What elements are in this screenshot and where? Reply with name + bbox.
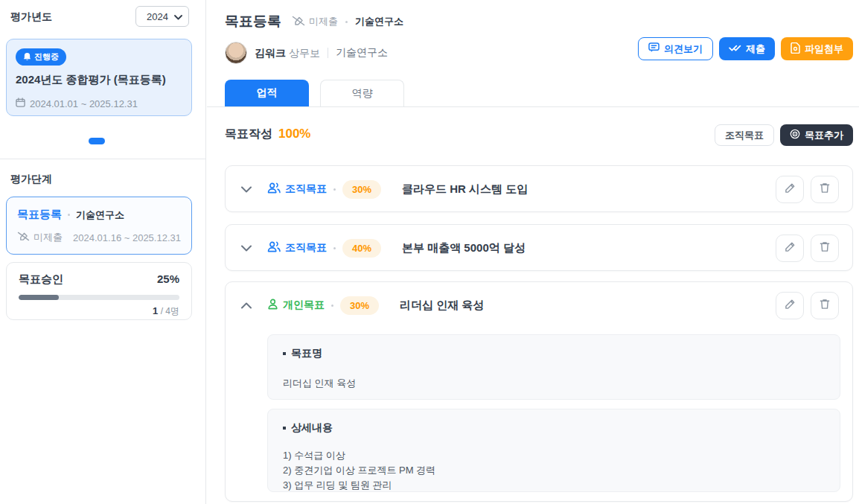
stage-card-goal-registration[interactable]: 목표등록 기술연구소 미제출 2024.01.16 ~ 2025.12.31	[6, 197, 192, 255]
pencil-icon	[785, 182, 796, 197]
goal-title: 클라우드 HR 시스템 도입	[402, 182, 528, 197]
goal-detail-line: 3) 업무 리딩 및 팀원 관리	[283, 478, 825, 493]
chevron-up-icon[interactable]	[240, 299, 252, 311]
approval-title: 목표승인	[19, 272, 63, 287]
calendar-icon	[16, 98, 25, 109]
stage-title: 목표등록	[17, 208, 62, 222]
goal-detail-box: 상세내용 1) 수석급 이상 2) 중견기업 이상 프로젝트 PM 경력 3) …	[267, 409, 840, 492]
header-org: 기술연구소	[355, 15, 403, 28]
goal-row-expanded: 개인목표 30% 리더십 인재 육성 목표명 리더십 인재 육성	[225, 281, 853, 502]
delete-goal-button[interactable]	[811, 292, 839, 319]
user-org: 기술연구소	[336, 46, 388, 60]
org-goal-icon	[267, 241, 281, 255]
org-goal-icon	[267, 182, 281, 196]
view-opinions-button[interactable]: 의견보기	[638, 37, 713, 60]
separator-dot	[345, 21, 348, 23]
goal-row: 조직목표 40% 본부 매출액 5000억 달성	[225, 224, 853, 271]
trash-icon	[820, 241, 830, 255]
edit-goal-button[interactable]	[776, 292, 804, 319]
profile-row: 김워크상무보 기술연구소	[225, 42, 388, 64]
pencil-icon	[785, 299, 796, 313]
org-goal-button[interactable]: 조직목표	[715, 124, 774, 146]
double-check-icon	[729, 43, 741, 54]
goal-type-label: 개인목표	[283, 299, 325, 312]
goal-weight-badge: 40%	[342, 239, 381, 258]
tab-competency[interactable]: 역량	[320, 80, 404, 106]
tab-performance[interactable]: 업적	[225, 80, 309, 106]
approval-progress-fill	[19, 295, 59, 300]
bullet-square	[283, 427, 286, 430]
vertical-divider	[328, 48, 328, 58]
evaluation-period: 2024.01.01 ~ 2025.12.31	[16, 98, 182, 109]
comment-icon	[648, 42, 660, 55]
approval-count: 1 / 4명	[19, 305, 179, 318]
tabbar-divider	[207, 106, 859, 107]
stage-section-label: 평가단계	[10, 173, 52, 186]
chevron-down-icon	[174, 11, 182, 22]
approval-percent: 25%	[157, 272, 179, 287]
goal-detail-label: 상세내용	[291, 421, 333, 435]
bell-icon	[23, 52, 31, 63]
chevron-down-icon[interactable]	[240, 183, 252, 195]
goal-name-box: 목표명 리더십 인재 육성	[267, 334, 840, 400]
not-submitted-icon	[17, 232, 30, 243]
goal-title: 본부 매출액 5000억 달성	[402, 241, 526, 255]
stage-period: 2024.01.16 ~ 2025.12.31	[73, 232, 181, 243]
attach-file-button[interactable]: 파일첨부	[781, 37, 853, 60]
evaluation-card[interactable]: 진행중 2024년도 종합평가 (목표등록) 2024.01.01 ~ 2025…	[6, 39, 192, 116]
separator-dot	[68, 214, 70, 216]
main-content: 목표등록 미제출 기술연구소 김워크상무보 기술연구소 의견보기	[207, 0, 859, 504]
goal-weight-badge: 30%	[340, 296, 379, 315]
edit-goal-button[interactable]	[776, 176, 804, 203]
stage-status: 미제출	[17, 231, 63, 244]
file-icon	[791, 42, 800, 56]
avatar	[225, 42, 247, 64]
edit-goal-button[interactable]	[776, 235, 804, 262]
goal-type-label: 조직목표	[285, 182, 327, 196]
page-title: 목표등록	[225, 12, 281, 31]
trash-icon	[820, 182, 830, 197]
pencil-icon	[785, 241, 796, 255]
header-status: 미제출	[292, 15, 338, 28]
carousel-indicator[interactable]	[89, 138, 105, 144]
goal-writing-percent: 100%	[278, 127, 310, 141]
goal-name-value: 리더십 인재 육성	[283, 377, 825, 390]
goal-detail-line: 1) 수석급 이상	[283, 448, 825, 463]
in-progress-badge: 진행중	[16, 48, 66, 66]
add-goal-button[interactable]: 목표추가	[780, 124, 853, 146]
sidebar: 평가년도 2024 진행중 2024년도 종합평가 (목표등록) 2024.01…	[0, 0, 206, 504]
app-window: 평가년도 2024 진행중 2024년도 종합평가 (목표등록) 2024.01…	[0, 0, 859, 504]
goal-row: 조직목표 30% 클라우드 HR 시스템 도입	[225, 165, 853, 212]
goal-name-label: 목표명	[291, 347, 322, 360]
separator-dot	[331, 304, 333, 307]
stage-org: 기술연구소	[76, 208, 124, 222]
eval-year-select[interactable]: 2024	[135, 6, 189, 27]
goal-approval-card[interactable]: 목표승인 25% 1 / 4명	[6, 262, 192, 320]
user-name: 김워크	[255, 47, 286, 59]
delete-goal-button[interactable]	[811, 176, 839, 203]
separator-dot	[333, 188, 336, 191]
goal-type-label: 조직목표	[285, 241, 327, 255]
goal-weight-badge: 30%	[342, 180, 381, 199]
personal-goal-icon	[267, 299, 278, 312]
approval-progress-track	[19, 295, 179, 300]
delete-goal-button[interactable]	[811, 235, 839, 262]
evaluation-title: 2024년도 종합평가 (목표등록)	[16, 73, 182, 87]
not-submitted-icon	[292, 16, 305, 28]
trash-icon	[820, 299, 830, 313]
goal-detail-line: 2) 중견기업 이상 프로젝트 PM 경력	[283, 463, 825, 478]
user-title: 상무보	[289, 47, 320, 59]
separator-dot	[333, 247, 336, 249]
bullet-square	[283, 352, 286, 355]
sidebar-divider	[0, 159, 206, 159]
submit-button[interactable]: 제출	[719, 37, 775, 60]
goal-title: 리더십 인재 육성	[400, 299, 484, 313]
eval-year-label: 평가년도	[10, 10, 52, 24]
chevron-down-icon[interactable]	[240, 242, 252, 254]
target-icon	[790, 129, 800, 141]
eval-year-value: 2024	[147, 11, 168, 22]
goal-writing-label: 목표작성	[225, 127, 272, 142]
